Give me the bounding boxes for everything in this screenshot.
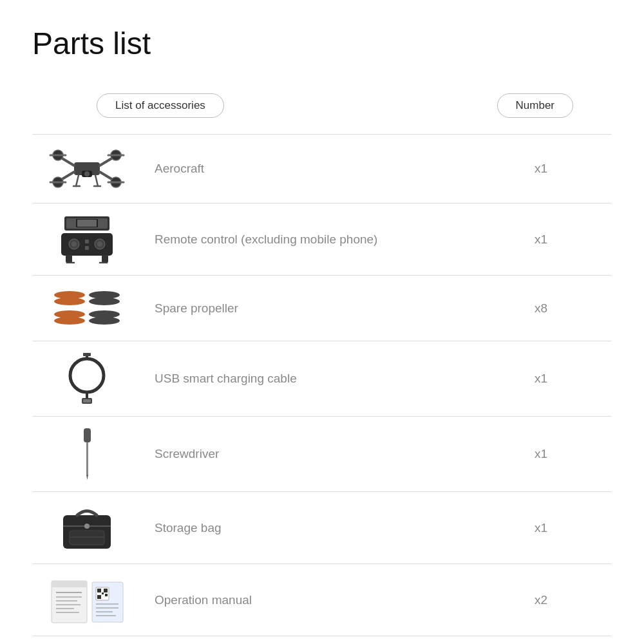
screwdriver-qty: x1	[509, 447, 573, 461]
parts-table: Aerocraft x1	[32, 134, 612, 636]
usb-cable-name: USB smart charging cable	[142, 372, 509, 386]
svg-rect-49	[84, 428, 91, 442]
storage-bag-icon	[32, 504, 142, 552]
manual-name: Operation manual	[142, 593, 509, 607]
svg-rect-68	[104, 589, 108, 592]
manual-qty: x2	[509, 593, 573, 607]
svg-rect-46	[83, 399, 91, 402]
table-row: Storage bag x1	[32, 491, 612, 564]
propeller-name: Spare propeller	[142, 301, 509, 316]
usb-cable-qty: x1	[509, 372, 573, 386]
svg-rect-67	[97, 589, 101, 592]
svg-line-16	[95, 175, 98, 186]
remote-control-icon	[32, 215, 142, 263]
svg-point-27	[97, 242, 102, 247]
svg-point-25	[71, 242, 77, 247]
table-row: Aerocraft x1	[32, 134, 612, 203]
svg-line-15	[76, 175, 79, 186]
svg-point-36	[54, 298, 85, 305]
svg-rect-50	[86, 442, 88, 475]
aerocraft-qty: x1	[509, 162, 573, 176]
table-row: Remote control (excluding mobile phone) …	[32, 203, 612, 275]
svg-rect-71	[105, 594, 108, 596]
remote-control-name: Remote control (excluding mobile phone)	[142, 232, 509, 247]
svg-rect-55	[70, 531, 104, 545]
svg-rect-58	[52, 581, 87, 587]
table-row: USB smart charging cable x1	[32, 341, 612, 416]
table-row: Screwdriver x1	[32, 416, 612, 491]
svg-point-40	[54, 317, 85, 325]
storage-bag-name: Storage bag	[142, 521, 509, 535]
aerocraft-icon	[32, 146, 142, 191]
svg-point-43	[70, 359, 104, 392]
svg-marker-51	[86, 475, 88, 480]
svg-rect-48	[83, 353, 91, 356]
propeller-icon	[32, 287, 142, 329]
remote-control-qty: x1	[509, 232, 573, 247]
svg-rect-28	[85, 240, 89, 243]
svg-rect-31	[102, 255, 108, 263]
svg-rect-69	[97, 595, 101, 599]
usb-cable-icon	[32, 353, 142, 404]
manual-icon	[32, 576, 142, 624]
svg-rect-29	[85, 246, 89, 250]
svg-rect-30	[66, 255, 72, 263]
svg-point-54	[84, 524, 90, 529]
page-title: Parts list	[32, 26, 612, 61]
svg-point-42	[89, 317, 120, 325]
storage-bag-qty: x1	[509, 521, 573, 535]
col-number-label: Number	[497, 93, 573, 118]
aerocraft-name: Aerocraft	[142, 162, 509, 176]
propeller-qty: x8	[509, 301, 573, 316]
svg-point-38	[89, 298, 120, 305]
svg-rect-70	[102, 592, 104, 594]
svg-rect-22	[77, 220, 97, 227]
table-row: Spare propeller x8	[32, 275, 612, 341]
table-header: List of accessories Number	[32, 87, 612, 131]
screwdriver-name: Screwdriver	[142, 447, 509, 461]
col-accessories-label: List of accessories	[97, 93, 224, 118]
screwdriver-icon	[32, 428, 142, 480]
table-row: Operation manual x2	[32, 564, 612, 636]
svg-point-14	[84, 171, 90, 176]
